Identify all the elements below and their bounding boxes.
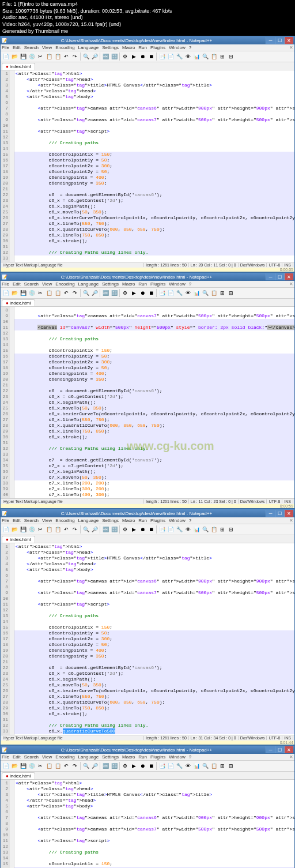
file-tab[interactable]: ● index.html <box>2 536 35 543</box>
toolbar-button[interactable]: 📄 <box>2 52 10 61</box>
toolbar-button[interactable]: ⊟ <box>227 52 235 61</box>
menu-window[interactable]: Window <box>169 45 185 50</box>
toolbar-button[interactable]: 📋 <box>210 762 218 770</box>
close-button[interactable]: ✕ <box>284 510 293 517</box>
toolbar-button[interactable]: ✂ <box>36 289 44 297</box>
toolbar-button[interactable]: 📑 <box>158 762 166 770</box>
toolbar-button[interactable]: 🔤 <box>101 762 109 770</box>
toolbar-button[interactable]: 👁 <box>184 289 192 297</box>
menu-?[interactable]: ? <box>189 45 191 50</box>
toolbar-button[interactable]: ▶ <box>130 52 138 61</box>
toolbar-button[interactable]: ↶ <box>62 289 70 297</box>
toolbar-button[interactable]: 🔎 <box>90 762 99 770</box>
toolbar-button[interactable]: 🔍 <box>201 525 209 533</box>
doc-close-icon[interactable]: ✕ <box>289 45 293 50</box>
toolbar-button[interactable]: 🔍 <box>82 525 90 533</box>
toolbar-button[interactable]: 📋 <box>54 289 62 297</box>
toolbar-button[interactable]: ⚙ <box>121 525 129 533</box>
toolbar-button[interactable]: 📋 <box>45 525 53 533</box>
doc-close-icon[interactable]: ✕ <box>289 281 293 287</box>
code-editor[interactable]: 1234567891011121314151617181920212223242… <box>1 543 294 735</box>
menu-plugins[interactable]: Plugins <box>150 518 165 523</box>
toolbar-button[interactable]: ⊞ <box>218 52 226 61</box>
toolbar-button[interactable]: 💿 <box>28 525 36 533</box>
file-tab[interactable]: ● index.html <box>2 299 35 306</box>
toolbar-button[interactable]: 💾 <box>19 762 27 770</box>
toolbar-button[interactable]: ⊟ <box>227 762 235 770</box>
menu-macro[interactable]: Macro <box>122 754 135 760</box>
toolbar-button[interactable]: 📋 <box>45 52 53 61</box>
toolbar-button[interactable]: ⊞ <box>218 762 226 770</box>
menu-file[interactable]: File <box>2 754 9 760</box>
menu-view[interactable]: View <box>42 45 52 50</box>
toolbar-button[interactable]: 💾 <box>19 525 27 533</box>
toolbar-button[interactable]: 📑 <box>158 289 166 297</box>
toolbar-button[interactable]: ⏹ <box>147 289 155 297</box>
titlebar[interactable]: 📝 C:\Users\Shahzaib\Documents\Desktop\de… <box>1 273 294 281</box>
minimize-button[interactable]: ─ <box>266 37 275 44</box>
menu-edit[interactable]: Edit <box>13 754 21 760</box>
toolbar-button[interactable]: 🔡 <box>110 525 118 533</box>
toolbar-button[interactable]: ▶ <box>130 525 138 533</box>
menu-window[interactable]: Window <box>169 281 185 287</box>
menu-macro[interactable]: Macro <box>122 45 135 50</box>
toolbar-button[interactable]: 📂 <box>10 289 18 297</box>
menu-plugins[interactable]: Plugins <box>150 45 165 50</box>
minimize-button[interactable]: ─ <box>266 746 275 753</box>
toolbar-button[interactable]: ↶ <box>62 525 70 533</box>
toolbar-button[interactable]: ⚙ <box>121 289 129 297</box>
toolbar-button[interactable]: ▶ <box>130 289 138 297</box>
maximize-button[interactable]: ☐ <box>275 510 284 517</box>
toolbar-button[interactable]: 🔍 <box>82 289 90 297</box>
minimize-button[interactable]: ─ <box>266 510 275 517</box>
toolbar-button[interactable]: ↷ <box>71 762 79 770</box>
toolbar-button[interactable]: 🔍 <box>201 762 209 770</box>
toolbar-button[interactable]: 🔎 <box>90 289 99 297</box>
toolbar-button[interactable]: ▶ <box>130 762 138 770</box>
toolbar-button[interactable]: ⏹ <box>147 762 155 770</box>
toolbar-button[interactable]: 📋 <box>54 525 62 533</box>
code-area[interactable]: <attr">class="tag">html> <attr">class="t… <box>14 543 294 735</box>
toolbar-button[interactable]: 🔤 <box>101 52 109 61</box>
menu-settings[interactable]: Settings <box>102 45 119 50</box>
toolbar-button[interactable]: 📂 <box>10 762 18 770</box>
code-area[interactable]: <attr">class="tag">canvas attr">id="canv… <box>14 307 294 498</box>
titlebar[interactable]: 📝 C:\Users\Shahzaib\Documents\Desktop\de… <box>1 509 294 517</box>
menu-encoding[interactable]: Encoding <box>55 754 74 760</box>
menu-plugins[interactable]: Plugins <box>150 281 165 287</box>
toolbar-button[interactable]: 🔧 <box>175 525 183 533</box>
toolbar-button[interactable]: ↶ <box>62 762 70 770</box>
toolbar-button[interactable]: 🔧 <box>175 289 183 297</box>
toolbar-button[interactable]: 📄 <box>167 762 175 770</box>
code-area[interactable]: <attr">class="tag">html> <attr">class="t… <box>14 70 294 262</box>
toolbar-button[interactable]: ⊞ <box>218 525 226 533</box>
code-editor[interactable]: 8910111213141516171819202122232425262728… <box>1 307 294 498</box>
toolbar-button[interactable]: 💿 <box>28 762 36 770</box>
toolbar-button[interactable]: ⏺ <box>138 525 146 533</box>
toolbar-button[interactable]: 🔧 <box>175 762 183 770</box>
menu-search[interactable]: Search <box>24 518 39 523</box>
toolbar-button[interactable]: 🔎 <box>90 52 99 61</box>
toolbar-button[interactable]: ⏹ <box>147 525 155 533</box>
file-tab[interactable]: ● index.html <box>2 63 35 70</box>
menu-settings[interactable]: Settings <box>102 754 119 760</box>
toolbar-button[interactable]: 📊 <box>192 289 201 297</box>
toolbar-button[interactable]: 📋 <box>45 762 53 770</box>
close-button[interactable]: ✕ <box>284 273 293 280</box>
toolbar-button[interactable]: ⊟ <box>227 289 235 297</box>
toolbar-button[interactable]: 🔤 <box>101 525 109 533</box>
menu-view[interactable]: View <box>42 281 52 287</box>
toolbar-button[interactable]: 📑 <box>158 52 166 61</box>
menu-search[interactable]: Search <box>24 45 39 50</box>
code-editor[interactable]: 1234567891011121314151617181920212223242… <box>1 70 294 262</box>
toolbar-button[interactable]: 📂 <box>10 52 18 61</box>
toolbar-button[interactable]: ⚙ <box>121 52 129 61</box>
toolbar-button[interactable]: 📊 <box>192 525 201 533</box>
menu-view[interactable]: View <box>42 518 52 523</box>
menu-edit[interactable]: Edit <box>13 281 21 287</box>
toolbar-button[interactable]: 📑 <box>158 525 166 533</box>
toolbar-button[interactable]: 🔍 <box>82 762 90 770</box>
toolbar-button[interactable]: ⏺ <box>138 762 146 770</box>
menu-plugins[interactable]: Plugins <box>150 754 165 760</box>
titlebar[interactable]: 📝 C:\Users\Shahzaib\Documents\Desktop\de… <box>1 36 294 44</box>
